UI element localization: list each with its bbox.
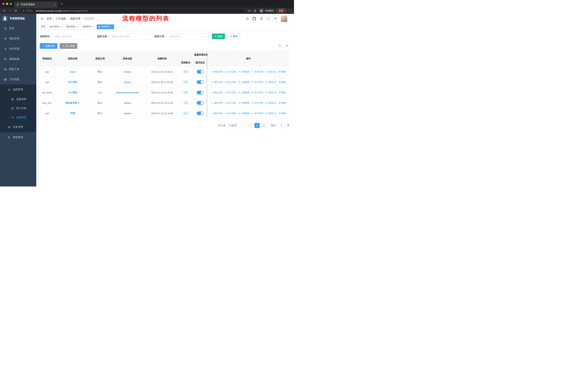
- active-toggle[interactable]: [197, 70, 204, 74]
- action-design[interactable]: 设计流程: [225, 101, 236, 105]
- sidebar-item-system-management[interactable]: 系统管理: [0, 33, 36, 44]
- page-1-button[interactable]: 1: [254, 123, 260, 128]
- action-design[interactable]: 设计流程: [225, 70, 236, 73]
- action-publish[interactable]: 发布流程: [252, 91, 263, 94]
- security-warning-icon[interactable]: [22, 10, 25, 12]
- breadcrumb-workflow[interactable]: 工作流程: [56, 17, 66, 20]
- action-assign[interactable]: 分配规则: [238, 101, 250, 105]
- action-delete[interactable]: 删除: [279, 112, 286, 115]
- action-edit[interactable]: 修改流程: [211, 70, 223, 73]
- action-publish[interactable]: 发布流程: [252, 70, 263, 73]
- action-design[interactable]: 设计流程: [225, 81, 236, 84]
- sidebar-item-process-model[interactable]: 流程模型: [0, 113, 36, 122]
- show-search-button[interactable]: [277, 43, 283, 49]
- active-toggle[interactable]: [197, 101, 204, 105]
- sidebar-item-dev-tools[interactable]: 研发工具: [0, 64, 36, 74]
- action-assign[interactable]: 分配规则: [238, 70, 250, 73]
- process-name-link[interactable]: OA 请假: [68, 91, 77, 94]
- active-toggle[interactable]: [197, 80, 204, 84]
- action-design[interactable]: 设计流程: [225, 91, 236, 94]
- action-assign[interactable]: 分配规则: [238, 91, 250, 94]
- action-definition[interactable]: 流程定义: [265, 81, 277, 84]
- action-delete[interactable]: 删除: [279, 81, 286, 84]
- back-button[interactable]: [2, 8, 7, 13]
- process-name-link[interactable]: 滔博: [70, 112, 75, 115]
- import-process-button[interactable]: 导入流程: [60, 43, 77, 49]
- form-info-link[interactable]: /bpm/oa/leave/create: [116, 91, 139, 94]
- user-avatar[interactable]: [281, 15, 290, 22]
- action-definition[interactable]: 流程定义: [265, 101, 277, 105]
- close-icon[interactable]: ×: [111, 26, 113, 28]
- sidebar-item-leave-query[interactable]: 请假查询: [0, 132, 36, 142]
- action-publish[interactable]: 发布流程: [252, 81, 263, 84]
- minimize-window-button[interactable]: [6, 3, 8, 5]
- action-definition[interactable]: 流程定义: [265, 70, 277, 73]
- breadcrumb-home[interactable]: 首页: [47, 17, 52, 20]
- process-name-link[interactable]: 测试多审批人: [66, 101, 80, 104]
- sidebar-item-user-group[interactable]: 用户分组: [0, 104, 36, 113]
- form-info-link[interactable]: biubiu: [124, 112, 131, 115]
- action-delete[interactable]: 删除: [279, 91, 286, 94]
- process-name-link[interactable]: 自己审批: [68, 81, 77, 83]
- sidebar-item-workflow[interactable]: 工作流程: [0, 74, 36, 84]
- tag-home[interactable]: 首页: [39, 24, 47, 29]
- page-size-select[interactable]: 10条/页: [227, 123, 246, 128]
- prev-page-button[interactable]: [248, 123, 253, 128]
- tag-process-model[interactable]: 流程模型×: [97, 24, 114, 29]
- github-icon[interactable]: [253, 17, 256, 20]
- close-window-button[interactable]: [2, 3, 5, 5]
- category-select[interactable]: 流程分类: [167, 33, 209, 39]
- reset-button[interactable]: 重置: [227, 33, 241, 39]
- next-page-button[interactable]: [261, 123, 266, 128]
- maximize-window-button[interactable]: [10, 3, 12, 5]
- action-delete[interactable]: 删除: [279, 70, 286, 73]
- update-button[interactable]: 更新: [276, 9, 286, 13]
- process-name-input[interactable]: [110, 33, 151, 39]
- action-publish[interactable]: 发布流程: [252, 112, 263, 115]
- action-edit[interactable]: 修改流程: [211, 91, 223, 94]
- sidebar-item-process-form[interactable]: 流程表单: [0, 95, 36, 104]
- sidebar-item-process-management[interactable]: 流程管理: [0, 84, 36, 95]
- action-edit[interactable]: 修改流程: [211, 101, 223, 105]
- close-icon[interactable]: ×: [92, 26, 94, 28]
- address-bar[interactable]: 不安全 dashboard.yudao.iocoder.cn/bpm/manag…: [20, 8, 245, 13]
- tag-process-form[interactable]: 流程表单×: [81, 24, 96, 29]
- browser-menu-icon[interactable]: [287, 8, 292, 13]
- new-tab-button[interactable]: [60, 2, 63, 5]
- tag-my-process[interactable]: 我的流程×: [64, 24, 80, 29]
- sidebar-item-payment-management[interactable]: 支付管理: [0, 44, 36, 54]
- form-info-link[interactable]: biubiu: [124, 81, 131, 84]
- close-icon[interactable]: ×: [60, 26, 62, 28]
- font-size-icon[interactable]: [274, 17, 277, 20]
- tag-tenant-management[interactable]: 租户管理×: [48, 24, 63, 29]
- help-icon[interactable]: [260, 17, 263, 20]
- sidebar-item-infrastructure[interactable]: 基础设施: [0, 54, 36, 64]
- form-info-link[interactable]: biubiu: [124, 102, 131, 104]
- reload-button[interactable]: [13, 8, 18, 13]
- action-assign[interactable]: 分配规则: [238, 112, 250, 115]
- fullscreen-icon[interactable]: [267, 17, 270, 20]
- sidebar-collapse-icon[interactable]: [41, 17, 43, 20]
- breadcrumb-process-management[interactable]: 流程管理: [70, 17, 80, 20]
- search-button[interactable]: 搜索: [212, 33, 225, 39]
- password-key-icon[interactable]: [247, 8, 252, 13]
- forward-button[interactable]: [8, 8, 12, 13]
- action-delete[interactable]: 删除: [279, 101, 286, 105]
- action-edit[interactable]: 修改流程: [211, 81, 223, 84]
- action-definition[interactable]: 流程定义: [265, 91, 277, 94]
- close-icon[interactable]: ×: [76, 26, 78, 28]
- action-publish[interactable]: 发布流程: [252, 101, 263, 105]
- process-name-link[interactable]: eeee: [70, 71, 75, 73]
- search-icon[interactable]: [246, 17, 249, 20]
- refresh-table-button[interactable]: [284, 43, 290, 49]
- bookmark-star-icon[interactable]: [253, 8, 257, 13]
- active-toggle[interactable]: [197, 91, 204, 94]
- sidebar-item-task-management[interactable]: 任务管理: [0, 122, 36, 132]
- active-toggle[interactable]: [197, 111, 204, 115]
- action-edit[interactable]: 修改流程: [211, 112, 223, 115]
- action-assign[interactable]: 分配规则: [238, 81, 250, 84]
- browser-tab[interactable]: 芋道管理系统 ×: [14, 1, 58, 8]
- tab-close-icon[interactable]: ×: [54, 3, 56, 6]
- goto-page-input[interactable]: [277, 123, 285, 128]
- action-design[interactable]: 设计流程: [225, 112, 236, 115]
